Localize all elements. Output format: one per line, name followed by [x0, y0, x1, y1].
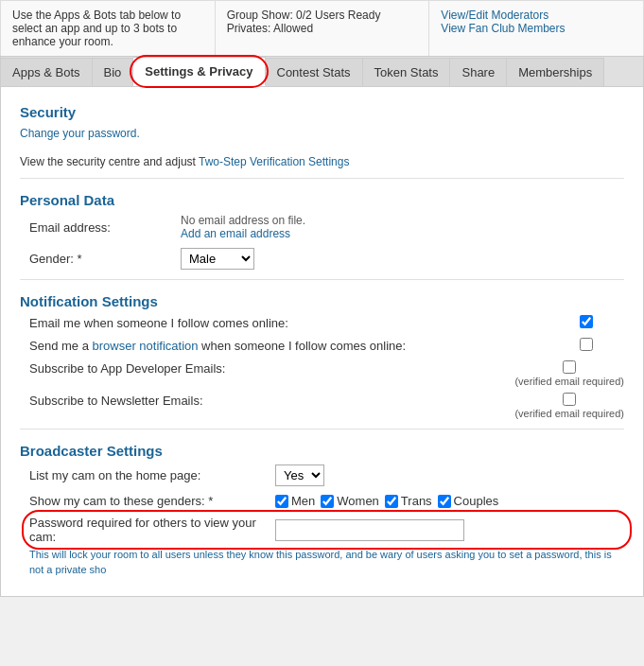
password-input[interactable]: [275, 519, 464, 541]
notif-row-2: Send me a browser notification when some…: [29, 338, 624, 355]
change-password-link[interactable]: Change your password.: [20, 127, 140, 140]
show-genders-row: Show my cam to these genders: * Men Wome…: [29, 494, 624, 508]
list-cam-row: List my cam on the home page: Yes No: [29, 464, 624, 486]
no-email-text: No email address on file.: [181, 214, 305, 227]
gender-checkbox-couples[interactable]: [438, 495, 451, 508]
notif-check-col-1: [548, 315, 624, 328]
tab-settings-privacy[interactable]: Settings & Privacy: [133, 57, 265, 86]
notif-check-col-2: [548, 338, 624, 351]
email-value: No email address on file. Add an email a…: [181, 214, 305, 240]
top-bar-text1: Use the Apps & Bots tab below to select …: [12, 9, 181, 48]
notif-checkbox-1[interactable]: [580, 315, 593, 328]
notif-label-4: Subscribe to Newsletter Emails:: [29, 393, 514, 410]
notif-label-1: Email me when someone I follow comes onl…: [29, 315, 548, 332]
gender-checkbox-women-label[interactable]: Women: [321, 494, 379, 508]
gender-row: Gender: * Male Female Trans Couples: [29, 248, 624, 270]
email-row: Email address: No email address on file.…: [29, 214, 624, 240]
gender-label: Gender: *: [29, 252, 181, 266]
tab-apps-bots[interactable]: Apps & Bots: [1, 58, 93, 86]
add-email-link[interactable]: Add an email address: [181, 227, 305, 240]
gender-checkbox-men[interactable]: [275, 495, 288, 508]
password-label: Password required for others to view you…: [29, 516, 275, 544]
top-bar-col3: View/Edit Moderators View Fan Club Membe…: [429, 1, 643, 56]
verified-note-4: (verified email required): [514, 408, 624, 419]
gender-select[interactable]: Male Female Trans Couples: [181, 248, 254, 270]
gender-couples-text: Couples: [454, 494, 499, 508]
password-note-text: This will lock your room to all users un…: [29, 549, 612, 574]
gender-checkbox-trans[interactable]: [385, 495, 398, 508]
notif-checkbox-2[interactable]: [580, 338, 593, 351]
view-fan-club-link[interactable]: View Fan Club Members: [441, 22, 565, 35]
tab-contest-stats[interactable]: Contest Stats: [266, 58, 363, 86]
notif-check-col-4: (verified email required): [514, 393, 624, 419]
tab-share[interactable]: Share: [450, 58, 507, 86]
security-centre-text: View the security centre and adjust Two-…: [20, 155, 349, 168]
password-row-inner: Password required for others to view you…: [29, 516, 624, 544]
tab-memberships[interactable]: Memberships: [507, 58, 604, 86]
broadcaster-title: Broadcaster Settings: [20, 443, 624, 459]
list-cam-select-wrapper: Yes No: [275, 464, 324, 486]
gender-checkbox-men-label[interactable]: Men: [275, 494, 315, 508]
notif-check-col-3: (verified email required): [514, 360, 624, 387]
list-cam-select[interactable]: Yes No: [275, 464, 324, 486]
privates-status: Privates: Allowed: [227, 22, 313, 35]
two-step-link[interactable]: Two-Step Verification Settings: [199, 155, 349, 168]
gender-men-text: Men: [291, 494, 315, 508]
password-row: Password required for others to view you…: [29, 516, 624, 577]
tab-token-stats[interactable]: Token Stats: [363, 58, 451, 86]
view-edit-moderators-link[interactable]: View/Edit Moderators: [441, 9, 548, 22]
notif-checkbox-3[interactable]: [563, 360, 576, 374]
top-bar-col1: Use the Apps & Bots tab below to select …: [1, 1, 216, 56]
notif-row-3: Subscribe to App Developer Emails: (veri…: [29, 360, 624, 387]
notification-title: Notification Settings: [20, 293, 624, 309]
verified-note-3: (verified email required): [514, 376, 624, 387]
notif-checkbox-4[interactable]: [563, 393, 576, 406]
gender-checkbox-couples-label[interactable]: Couples: [438, 494, 499, 508]
tab-bar: Apps & Bots Bio Settings & Privacy Conte…: [0, 56, 644, 86]
top-bar-col2: Group Show: 0/2 Users Ready Privates: Al…: [216, 1, 430, 56]
main-content: Security Change your password. View the …: [0, 86, 644, 597]
gender-trans-text: Trans: [401, 494, 432, 508]
list-cam-label: List my cam on the home page:: [29, 468, 275, 482]
show-genders-label: Show my cam to these genders: *: [29, 494, 275, 508]
gender-women-text: Women: [337, 494, 379, 508]
password-note: This will lock your room to all users un…: [29, 548, 624, 577]
notif-label-3: Subscribe to App Developer Emails:: [29, 360, 514, 377]
gender-checkboxes: Men Women Trans Couples: [275, 494, 498, 508]
personal-data-title: Personal Data: [20, 192, 624, 208]
notif-row-4: Subscribe to Newsletter Emails: (verifie…: [29, 393, 624, 419]
group-show-status: Group Show: 0/2 Users Ready: [227, 9, 381, 22]
browser-notif-link[interactable]: browser notification: [93, 339, 199, 353]
gender-checkbox-women[interactable]: [321, 495, 334, 508]
notif-row-1: Email me when someone I follow comes onl…: [29, 315, 624, 332]
security-title: Security: [20, 104, 624, 120]
email-label: Email address:: [29, 220, 181, 235]
tab-bio[interactable]: Bio: [93, 58, 134, 86]
gender-select-wrapper: Male Female Trans Couples: [181, 248, 254, 270]
gender-checkbox-trans-label[interactable]: Trans: [385, 494, 432, 508]
notif-label-2: Send me a browser notification when some…: [29, 338, 548, 355]
